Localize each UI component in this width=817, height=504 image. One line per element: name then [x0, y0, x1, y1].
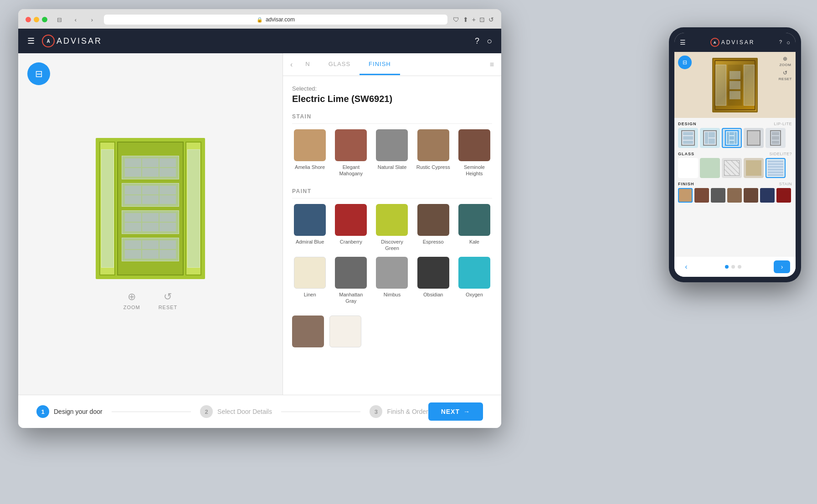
step-1-label: Design your door — [54, 408, 103, 415]
refresh-icon[interactable]: ↺ — [488, 16, 494, 23]
sidebar-toggle-icon[interactable]: ⊟ — [53, 15, 66, 24]
maximize-button[interactable] — [42, 17, 47, 22]
url-text: advisar.com — [266, 16, 295, 23]
color-linen[interactable]: Linen — [292, 257, 328, 305]
amelia-shore-swatch[interactable] — [294, 129, 326, 161]
extra-2-swatch[interactable] — [329, 316, 361, 347]
mobile-finish-chip-5[interactable] — [744, 188, 758, 203]
color-oxygen[interactable]: Oxygen — [457, 257, 492, 305]
color-elegant-mahogany[interactable]: Elegant Mahogany — [333, 129, 369, 177]
espresso-swatch[interactable] — [417, 204, 449, 236]
mobile-glass-item-3[interactable] — [722, 158, 742, 178]
user-icon[interactable]: ○ — [487, 36, 492, 46]
minimize-button[interactable] — [34, 17, 39, 22]
color-extra-1[interactable] — [292, 316, 324, 347]
mobile-hamburger-icon[interactable]: ☰ — [680, 39, 686, 46]
oxygen-swatch[interactable] — [458, 257, 490, 289]
linen-swatch[interactable] — [294, 257, 326, 289]
mobile-dot-1[interactable] — [725, 265, 729, 269]
address-bar[interactable]: 🔒 advisar.com — [104, 15, 447, 25]
mobile-back-button[interactable]: ‹ — [680, 260, 693, 273]
color-obsidian[interactable]: Obsidian — [416, 257, 451, 305]
mobile-finish-chip-7[interactable] — [776, 188, 791, 203]
forward-button[interactable]: › — [86, 15, 98, 24]
manhattan-gray-swatch[interactable] — [335, 257, 367, 289]
mobile-footer: ‹ › — [674, 257, 796, 277]
mobile-reset-button[interactable]: ↺ RESET — [779, 70, 792, 81]
tab-finish[interactable]: FINISH — [360, 54, 400, 75]
mobile-finish-chip-6[interactable] — [760, 188, 775, 203]
next-button[interactable]: NEXT → — [428, 402, 483, 421]
color-seminole-heights[interactable]: Seminole Heights — [457, 129, 492, 177]
mobile-logo[interactable]: A ADVISAR — [710, 38, 755, 47]
tab-nav[interactable]: N — [296, 54, 319, 75]
door-glass-panel-2 — [122, 183, 179, 207]
new-tab-icon[interactable]: + — [472, 16, 476, 23]
color-amelia-shore[interactable]: Amelia Shore — [292, 129, 328, 177]
elegant-mahogany-swatch[interactable] — [335, 129, 367, 161]
share-icon[interactable]: ⬆ — [463, 16, 468, 23]
mobile-finish-chip-4[interactable] — [727, 188, 742, 203]
mobile-zoom-button[interactable]: ⊕ ZOOM — [779, 56, 792, 67]
mobile-reset-icon: ↺ — [783, 70, 788, 76]
color-admiral-blue[interactable]: Admiral Blue — [292, 204, 328, 252]
filter-icon[interactable]: ≡ — [490, 61, 494, 69]
kale-swatch[interactable] — [458, 204, 490, 236]
natural-slate-swatch[interactable] — [376, 129, 408, 161]
cranberry-swatch[interactable] — [335, 204, 367, 236]
mobile-glass-item-5[interactable] — [766, 158, 786, 178]
mobile-finish-chip-1[interactable] — [678, 188, 693, 203]
step-2-label: Select Door Details — [217, 408, 272, 415]
mobile-design-item-5[interactable] — [766, 128, 786, 148]
mobile-dot-3[interactable] — [738, 265, 741, 269]
mobile-design-item-4[interactable] — [744, 128, 764, 148]
mobile-glass-item-2[interactable] — [700, 158, 720, 178]
color-rustic-cypress[interactable]: Rustic Cypress — [416, 129, 451, 177]
logo[interactable]: A ADVISAR — [42, 35, 102, 47]
help-icon[interactable]: ? — [475, 36, 479, 46]
mobile-finish-chip-2[interactable] — [694, 188, 709, 203]
mobile-glass-item-1[interactable] — [678, 158, 698, 178]
color-manhattan-gray[interactable]: Manhattan Gray — [333, 257, 369, 305]
mobile-lip-lite-label: LIP-LITE — [774, 122, 792, 126]
mobile-design-item-1[interactable] — [678, 128, 698, 148]
color-natural-slate[interactable]: Natural Slate — [374, 129, 410, 177]
mobile-zoom-reset: ⊕ ZOOM ↺ RESET — [779, 56, 792, 81]
color-nimbus[interactable]: Nimbus — [374, 257, 410, 305]
paint-color-grid: Admiral Blue Cranberry Discovery Green E… — [292, 204, 492, 305]
tabs-icon[interactable]: ⊡ — [479, 16, 485, 23]
paint-section-title: PAINT — [292, 188, 492, 199]
mobile-toggle-icon[interactable]: ⊟ — [678, 56, 692, 69]
toggle-icon[interactable]: ⊟ — [27, 62, 50, 85]
mobile-finish-section: FINISH STAIN — [678, 182, 792, 203]
right-sidelite-glass — [187, 149, 200, 268]
color-kale[interactable]: Kale — [457, 204, 492, 252]
tab-back-button[interactable]: ‹ — [290, 61, 293, 69]
hamburger-menu[interactable]: ☰ — [27, 36, 35, 46]
step-3-number: 3 — [370, 405, 382, 418]
rustic-cypress-swatch[interactable] — [417, 129, 449, 161]
mobile-dot-2[interactable] — [731, 265, 735, 269]
back-button[interactable]: ‹ — [69, 15, 82, 24]
mobile-design-item-3[interactable] — [722, 128, 742, 148]
mobile-design-item-2[interactable] — [700, 128, 720, 148]
close-button[interactable] — [26, 17, 31, 22]
color-discovery-green[interactable]: Discovery Green — [374, 204, 410, 252]
obsidian-swatch[interactable] — [417, 257, 449, 289]
extra-1-swatch[interactable] — [292, 316, 324, 347]
tab-glass[interactable]: GLASS — [319, 54, 360, 75]
mobile-help-icon[interactable]: ? — [779, 39, 782, 46]
color-extra-2[interactable] — [329, 316, 361, 347]
reset-button[interactable]: ↺ RESET — [159, 291, 178, 310]
mobile-next-button[interactable]: › — [774, 260, 790, 273]
mobile-glass-item-4[interactable] — [744, 158, 764, 178]
zoom-button[interactable]: ⊕ ZOOM — [123, 291, 140, 310]
color-espresso[interactable]: Espresso — [416, 204, 451, 252]
mobile-user-icon[interactable]: ○ — [786, 39, 790, 46]
nimbus-swatch[interactable] — [376, 257, 408, 289]
color-cranberry[interactable]: Cranberry — [333, 204, 369, 252]
admiral-blue-swatch[interactable] — [294, 204, 326, 236]
seminole-heights-swatch[interactable] — [458, 129, 490, 161]
mobile-finish-chip-3[interactable] — [711, 188, 725, 203]
discovery-green-swatch[interactable] — [376, 204, 408, 236]
